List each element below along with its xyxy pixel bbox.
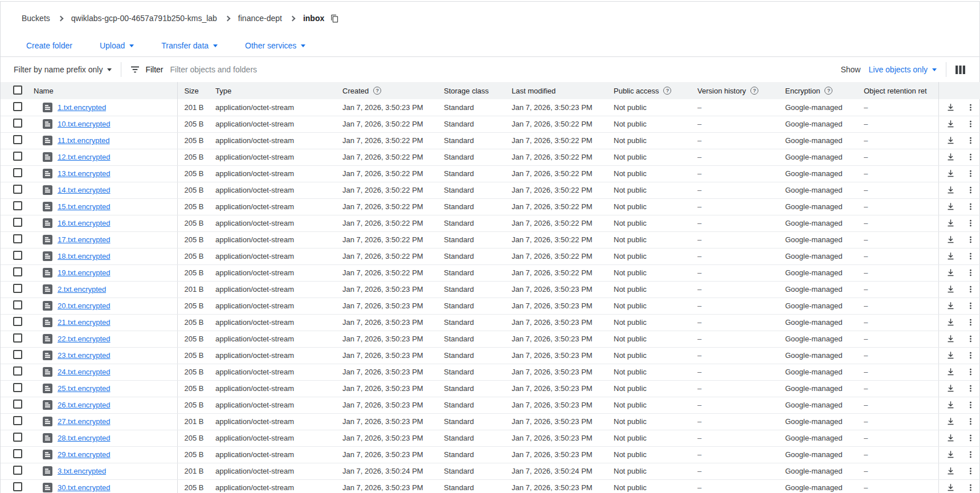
help-icon[interactable]: ? bbox=[824, 87, 832, 95]
object-name-link[interactable]: 15.txt.encrypted bbox=[58, 202, 111, 211]
row-checkbox[interactable] bbox=[13, 234, 22, 243]
create-folder-button[interactable]: Create folder bbox=[19, 38, 79, 54]
row-menu-button[interactable] bbox=[966, 218, 975, 228]
download-object-button[interactable] bbox=[946, 251, 956, 261]
row-checkbox[interactable] bbox=[13, 185, 22, 194]
row-checkbox[interactable] bbox=[13, 416, 22, 425]
copy-path-button[interactable] bbox=[330, 14, 339, 23]
row-checkbox[interactable] bbox=[13, 251, 22, 260]
row-menu-button[interactable] bbox=[966, 367, 975, 377]
download-object-button[interactable] bbox=[946, 301, 956, 311]
row-checkbox[interactable] bbox=[13, 449, 22, 458]
row-checkbox[interactable] bbox=[13, 300, 22, 309]
row-menu-button[interactable] bbox=[966, 433, 975, 443]
object-name-link[interactable]: 25.txt.encrypted bbox=[58, 384, 111, 393]
object-name-link[interactable]: 3.txt.encrypted bbox=[58, 467, 106, 475]
row-menu-button[interactable] bbox=[966, 185, 975, 195]
row-menu-button[interactable] bbox=[966, 317, 975, 327]
download-object-button[interactable] bbox=[946, 433, 956, 443]
transfer-data-button[interactable]: Transfer data bbox=[154, 38, 224, 54]
row-checkbox[interactable] bbox=[13, 400, 22, 409]
select-all-checkbox[interactable] bbox=[13, 85, 22, 95]
row-menu-button[interactable] bbox=[966, 169, 975, 178]
download-object-button[interactable] bbox=[946, 136, 956, 145]
row-menu-button[interactable] bbox=[966, 136, 975, 145]
row-menu-button[interactable] bbox=[966, 384, 975, 393]
download-object-button[interactable] bbox=[946, 317, 956, 327]
row-menu-button[interactable] bbox=[966, 450, 975, 459]
download-object-button[interactable] bbox=[946, 218, 956, 228]
download-object-button[interactable] bbox=[946, 169, 956, 178]
row-menu-button[interactable] bbox=[966, 284, 975, 294]
row-checkbox[interactable] bbox=[13, 168, 22, 177]
download-object-button[interactable] bbox=[946, 367, 956, 377]
object-name-link[interactable]: 26.txt.encrypted bbox=[58, 401, 111, 409]
row-checkbox[interactable] bbox=[13, 284, 22, 293]
row-menu-button[interactable] bbox=[966, 417, 975, 426]
object-name-link[interactable]: 21.txt.encrypted bbox=[58, 318, 111, 327]
row-menu-button[interactable] bbox=[966, 235, 975, 245]
row-checkbox[interactable] bbox=[13, 333, 22, 343]
object-name-link[interactable]: 22.txt.encrypted bbox=[58, 335, 111, 343]
row-checkbox[interactable] bbox=[13, 102, 22, 111]
row-menu-button[interactable] bbox=[966, 301, 975, 311]
row-checkbox[interactable] bbox=[13, 466, 22, 475]
row-checkbox[interactable] bbox=[13, 350, 22, 359]
download-object-button[interactable] bbox=[946, 103, 956, 112]
object-name-link[interactable]: 20.txt.encrypted bbox=[58, 301, 111, 310]
row-menu-button[interactable] bbox=[966, 334, 975, 344]
download-object-button[interactable] bbox=[946, 185, 956, 195]
object-name-link[interactable]: 10.txt.encrypted bbox=[58, 120, 111, 128]
row-menu-button[interactable] bbox=[966, 103, 975, 112]
object-name-link[interactable]: 27.txt.encrypted bbox=[58, 417, 111, 426]
object-name-link[interactable]: 14.txt.encrypted bbox=[58, 186, 111, 194]
row-menu-button[interactable] bbox=[966, 400, 975, 410]
row-checkbox[interactable] bbox=[13, 267, 22, 276]
row-menu-button[interactable] bbox=[966, 466, 975, 476]
row-checkbox[interactable] bbox=[13, 152, 22, 161]
object-name-link[interactable]: 16.txt.encrypted bbox=[58, 219, 111, 227]
row-menu-button[interactable] bbox=[966, 251, 975, 261]
row-checkbox[interactable] bbox=[13, 119, 22, 128]
download-object-button[interactable] bbox=[946, 284, 956, 294]
download-object-button[interactable] bbox=[946, 351, 956, 360]
row-checkbox[interactable] bbox=[13, 317, 22, 326]
object-name-link[interactable]: 1.txt.encrypted bbox=[58, 103, 106, 112]
download-object-button[interactable] bbox=[946, 152, 956, 162]
row-menu-button[interactable] bbox=[966, 202, 975, 211]
filter-input[interactable] bbox=[170, 65, 841, 74]
show-objects-dropdown[interactable]: Live objects only bbox=[868, 65, 937, 74]
breadcrumb-item[interactable]: Buckets bbox=[22, 14, 50, 23]
row-checkbox[interactable] bbox=[13, 218, 22, 227]
other-services-button[interactable]: Other services bbox=[238, 38, 312, 54]
breadcrumb-item[interactable]: qwiklabs-gcp-00-4657a791b250-kms_lab bbox=[71, 14, 217, 23]
row-menu-button[interactable] bbox=[966, 483, 975, 492]
breadcrumb-item[interactable]: finance-dept bbox=[238, 14, 282, 23]
row-menu-button[interactable] bbox=[966, 351, 975, 360]
row-checkbox[interactable] bbox=[13, 201, 22, 210]
download-object-button[interactable] bbox=[946, 235, 956, 245]
object-name-link[interactable]: 19.txt.encrypted bbox=[58, 268, 111, 277]
download-object-button[interactable] bbox=[946, 483, 956, 492]
object-name-link[interactable]: 2.txt.encrypted bbox=[58, 285, 106, 294]
object-name-link[interactable]: 28.txt.encrypted bbox=[58, 434, 111, 442]
download-object-button[interactable] bbox=[946, 268, 956, 278]
row-checkbox[interactable] bbox=[13, 135, 22, 144]
download-object-button[interactable] bbox=[946, 466, 956, 476]
object-name-link[interactable]: 11.txt.encrypted bbox=[58, 136, 110, 145]
row-menu-button[interactable] bbox=[966, 268, 975, 278]
download-object-button[interactable] bbox=[946, 400, 956, 410]
download-object-button[interactable] bbox=[946, 334, 956, 344]
object-name-link[interactable]: 18.txt.encrypted bbox=[58, 252, 111, 260]
help-icon[interactable]: ? bbox=[373, 87, 381, 95]
download-object-button[interactable] bbox=[946, 384, 956, 393]
object-name-link[interactable]: 13.txt.encrypted bbox=[58, 169, 111, 178]
help-icon[interactable]: ? bbox=[750, 87, 758, 95]
object-name-link[interactable]: 24.txt.encrypted bbox=[58, 368, 111, 376]
download-object-button[interactable] bbox=[946, 202, 956, 211]
help-icon[interactable]: ? bbox=[663, 87, 671, 95]
row-checkbox[interactable] bbox=[13, 366, 22, 376]
object-name-link[interactable]: 17.txt.encrypted bbox=[58, 235, 111, 244]
object-name-link[interactable]: 29.txt.encrypted bbox=[58, 450, 111, 459]
download-object-button[interactable] bbox=[946, 119, 956, 129]
